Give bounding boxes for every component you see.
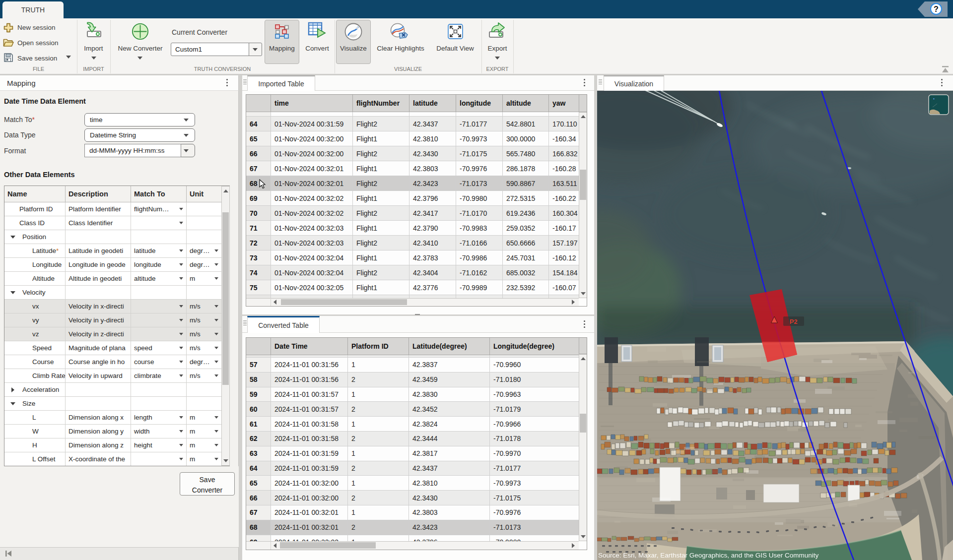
svg-text:?: ? xyxy=(934,5,939,13)
svg-text:Source: Esri, Maxar, Earthstar: Source: Esri, Maxar, Earthstar Geographi… xyxy=(598,552,818,559)
svg-text:P2: P2 xyxy=(790,318,798,325)
